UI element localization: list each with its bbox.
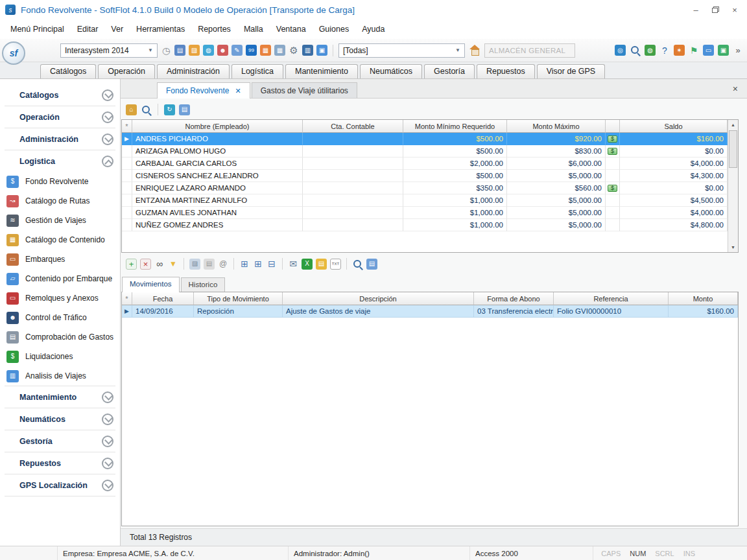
column-header-tipo[interactable]: Tipo de Movimiento (194, 292, 283, 305)
sidebar-item-control-de-trafico[interactable]: ☻Control de Tráfico (0, 308, 120, 327)
scroll-down-icon[interactable]: ▼ (728, 242, 738, 252)
module-tab-mantenimiento[interactable]: Mantenimiento (285, 64, 358, 78)
table-row[interactable]: CISNEROS SANCHEZ ALEJANDRO$500.00$5,000.… (122, 170, 728, 182)
menu-item-herramientas[interactable]: Herramientas (130, 22, 191, 36)
green-globe-icon[interactable]: ◍ (645, 45, 656, 56)
menu-item-ver[interactable]: Ver (104, 22, 130, 36)
monitor-icon[interactable]: ▭ (703, 45, 714, 56)
add-record-icon[interactable]: + (126, 259, 137, 270)
menu-item-menu-principal[interactable]: Menú Principal (4, 22, 71, 36)
column-header-max[interactable]: Monto Máximo (507, 120, 606, 133)
sidebar-item-fondo-revolvente[interactable]: $Fondo Revolvente (0, 172, 120, 191)
table-row[interactable]: CARBAJAL GARCIA CARLOS$2,000.00$6,000.00… (122, 158, 728, 170)
expand-all-icon[interactable]: ⊞ (253, 259, 263, 270)
sidebar-section-neumaticos[interactable]: Neumáticos (0, 408, 120, 430)
menu-item-ayuda[interactable]: Ayuda (355, 22, 391, 36)
home-icon[interactable] (468, 45, 481, 56)
calendar-icon[interactable]: ▦ (260, 45, 271, 56)
column-header-forma[interactable]: Forma de Abono (474, 292, 554, 305)
detail-tab-historico[interactable]: Historico (181, 277, 226, 292)
cash-icon[interactable]: $ (608, 135, 617, 143)
sidebar-item-analisis-de-viajes[interactable]: ▥Analisis de Viajes (0, 366, 120, 386)
sidebar-item-gestion-de-viajes[interactable]: ≋Gestión de Viajes (0, 211, 120, 230)
export-notes-icon[interactable]: ▤ (316, 259, 327, 270)
table-row[interactable]: GUZMAN AVILES JONATHAN$1,000.00$5,000.00… (122, 207, 728, 219)
refresh-icon[interactable]: ↻ (164, 104, 175, 115)
column-header-indicator[interactable]: * (122, 292, 132, 305)
document-tab-gastos-de-viaje-utilitarios[interactable]: Gastos de Viaje útilitarios (252, 82, 357, 98)
sidebar-section-administracion[interactable]: Administración (0, 128, 120, 150)
table-row[interactable]: ENTZANA MARTINEZ ARNULFO$1,000.00$5,000.… (122, 194, 728, 207)
column-header-fecha[interactable]: Fecha (132, 292, 194, 305)
summary-icon[interactable]: ⌂ (126, 104, 137, 115)
column-header-monto[interactable]: Monto (669, 292, 738, 305)
globe-icon[interactable]: ◍ (203, 45, 214, 56)
sidebar-item-comprobacion-de-gastos[interactable]: ▤Comprobación de Gastos (0, 327, 120, 347)
image-icon[interactable]: ▨ (189, 259, 200, 270)
export-excel-icon[interactable]: X (302, 259, 313, 270)
book-icon[interactable]: ▥ (302, 45, 313, 56)
delete-record-icon[interactable]: × (140, 259, 151, 270)
menu-item-ventana[interactable]: Ventana (270, 22, 313, 36)
module-tab-administracion[interactable]: Administración (157, 64, 230, 78)
sidebar-section-mantenimiento[interactable]: Mantenimiento (0, 386, 120, 408)
column-header-cash[interactable] (606, 120, 620, 133)
module-tab-gestoria[interactable]: Gestoría (424, 64, 475, 78)
module-tab-catalogos[interactable]: Catálogos (40, 64, 96, 78)
table-row[interactable]: NUÑEZ GOMEZ ANDRES$1,000.00$5,000.00$4,8… (122, 219, 728, 231)
sidebar-section-repuestos[interactable]: Repuestos (0, 452, 120, 474)
table-row[interactable]: ▶ANDRES PICHARDO$500.00$920.00$$160.00 (122, 133, 728, 145)
preview-icon[interactable] (352, 259, 363, 270)
number-99-icon[interactable]: 99 (246, 45, 257, 56)
cash-icon[interactable]: $ (608, 148, 617, 155)
scope-combo[interactable]: [Todas] ▼ (338, 43, 465, 58)
web-search-icon[interactable]: ◎ (615, 45, 626, 56)
document-icon[interactable]: ▤ (204, 259, 215, 270)
print-icon[interactable]: ▤ (366, 259, 377, 270)
column-header-desc[interactable]: Descripción (283, 292, 474, 305)
sidebar-section-logistica[interactable]: Logistica (0, 150, 120, 172)
gear-icon[interactable]: ⚙ (289, 45, 299, 56)
column-header-min[interactable]: Monto Mínimo Requerido (403, 120, 507, 133)
menu-item-reportes[interactable]: Reportes (191, 22, 237, 36)
edit-document-icon[interactable]: ✎ (231, 45, 243, 56)
sidebar-section-catalogos[interactable]: Catálogos (0, 84, 120, 106)
sidebar-item-embarques[interactable]: ▭Embarques (0, 250, 120, 269)
attachment-icon[interactable]: @ (218, 259, 228, 270)
column-header-ref[interactable]: Referencia (554, 292, 669, 305)
module-tab-repuestos[interactable]: Repuestos (477, 64, 535, 78)
session-clock-icon[interactable]: ◷ (161, 45, 171, 56)
print-icon[interactable]: ▤ (179, 104, 190, 115)
document-tab-fondo-revolvente[interactable]: Fondo Revolvente✕ (157, 82, 250, 99)
dual-screens-icon[interactable]: ▣ (718, 45, 729, 56)
sidebar-item-remolques-y-anexos[interactable]: ▭Remolques y Anexos (0, 288, 120, 308)
sidebar-section-gps-localizacion[interactable]: GPS Localización (0, 474, 120, 496)
table-row[interactable]: ARIZAGA PALOMO HUGO$500.00$830.00$$0.00 (122, 145, 728, 158)
filter-icon[interactable]: ▼ (168, 259, 178, 270)
help-icon[interactable]: ? (659, 45, 670, 56)
preview-icon[interactable] (141, 104, 152, 115)
scroll-up-icon[interactable]: ▲ (728, 120, 738, 130)
close-button[interactable]: × (725, 1, 744, 18)
sidebar-item-contenido-por-embarque[interactable]: ▱Contenido por Embarque (0, 269, 120, 288)
module-tab-logistica[interactable]: Logística (231, 64, 283, 78)
users-icon[interactable]: ☻ (217, 45, 228, 56)
column-header-indicator[interactable]: * (122, 120, 132, 133)
minimize-button[interactable]: – (686, 1, 706, 18)
sidebar-item-liquidaciones[interactable]: $Liquidaciones (0, 347, 120, 366)
module-tab-neumaticos[interactable]: Neumáticos (360, 64, 422, 78)
grid-icon[interactable]: ▦ (274, 45, 285, 56)
export-txt-icon[interactable]: TXT (330, 259, 341, 270)
cash-icon[interactable]: $ (608, 185, 617, 192)
close-tab-icon[interactable]: ✕ (235, 87, 241, 95)
vertical-scrollbar[interactable]: ▲ ▼ (728, 120, 738, 252)
restore-button[interactable] (706, 1, 725, 18)
collapse-all-icon[interactable]: ⊟ (267, 259, 277, 270)
toolbar-overflow-icon[interactable]: » (733, 45, 743, 56)
column-header-nombre[interactable]: Nombre (Empleado) (132, 120, 303, 133)
menu-item-malla[interactable]: Malla (237, 22, 270, 36)
bug-icon[interactable]: ✶ (674, 45, 685, 56)
sidebar-section-gestoria[interactable]: Gestoría (0, 430, 120, 452)
warehouse-field[interactable]: ALMACÉN GENERAL (484, 43, 575, 58)
zoom-page-icon[interactable] (630, 45, 641, 56)
